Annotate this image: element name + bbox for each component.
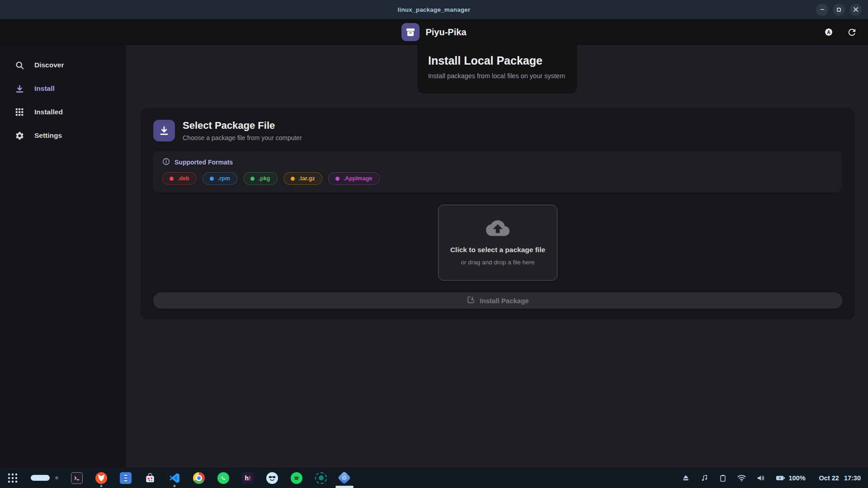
vscode-icon — [169, 472, 180, 484]
dot-icon — [335, 177, 340, 181]
format-badge-label: .deb — [178, 175, 189, 182]
hopp-h: h — [245, 474, 249, 482]
clipboard-icon[interactable] — [719, 474, 727, 482]
page-header-panel: Install Local Package Install packages f… — [417, 45, 577, 94]
running-indicator — [174, 485, 176, 487]
format-badges: .deb .rpm .pkg .tar.gz .AppImage — [162, 172, 833, 185]
minimize-icon — [820, 7, 825, 12]
minimize-button[interactable] — [816, 4, 828, 16]
header-actions: A — [823, 27, 857, 38]
sidebar-item-install[interactable]: Install — [0, 77, 126, 100]
dropzone-title: Click to select a package file — [450, 246, 545, 254]
battery-percent: 100% — [788, 474, 805, 482]
format-badge-targz: .tar.gz — [283, 172, 322, 185]
wifi-icon[interactable] — [737, 473, 746, 483]
system-tray: 100% Oct 22 17:30 — [681, 473, 861, 483]
taskbar-app-store[interactable] — [144, 468, 156, 488]
app-name: Piyu-Pika — [425, 27, 466, 38]
volume-icon[interactable] — [756, 474, 765, 483]
card-header: Select Package File Choose a package fil… — [153, 120, 842, 141]
window-title: linux_package_manager — [397, 6, 470, 13]
workspace-dot[interactable] — [55, 476, 58, 479]
desktop: linux_package_manager Piyu-Pika A — [0, 0, 868, 488]
format-badge-rpm: .rpm — [203, 172, 237, 185]
battery-status[interactable]: 100% — [775, 474, 805, 483]
taskbar-app-hoppscotch[interactable]: h! — [242, 468, 254, 488]
supported-formats-label: Supported Formats — [175, 159, 233, 166]
taskbar-app-smiley[interactable] — [266, 468, 278, 488]
install-icon — [467, 296, 475, 305]
info-icon — [162, 158, 170, 167]
dropzone-row: Click to select a package file or drag a… — [153, 205, 842, 281]
taskbar: h! — [0, 468, 868, 488]
sidebar-item-installed[interactable]: Installed — [0, 100, 126, 124]
app-grid-icon — [7, 473, 18, 483]
card-title: Select Package File — [183, 120, 302, 131]
sidebar-item-discover[interactable]: Discover — [0, 53, 126, 77]
package-manager-icon — [338, 471, 351, 485]
format-badge-appimage: .AppImage — [328, 172, 380, 185]
app-header: Piyu-Pika A — [0, 19, 868, 45]
spotify-icon — [291, 472, 302, 484]
maximize-icon — [836, 7, 841, 12]
date-label: Oct 22 — [819, 474, 839, 482]
install-button-label: Install Package — [480, 297, 528, 305]
taskbar-app-chrome[interactable] — [193, 468, 205, 488]
sidebar-item-label: Installed — [34, 108, 63, 116]
sidebar-item-settings[interactable]: Settings — [0, 124, 126, 147]
smiley-sunglasses-icon — [266, 472, 278, 484]
clock[interactable]: Oct 22 17:30 — [819, 474, 861, 482]
app-grid-button[interactable] — [7, 468, 18, 488]
close-icon — [853, 7, 859, 12]
taskbar-app-recorder[interactable] — [315, 468, 327, 488]
dot-icon — [250, 177, 255, 181]
hopp-bang: ! — [249, 474, 251, 482]
main-content: Install Local Package Install packages f… — [126, 45, 868, 468]
card-subtitle: Choose a package file from your computer — [183, 134, 302, 141]
file-dropzone[interactable]: Click to select a package file or drag a… — [438, 205, 557, 281]
close-button[interactable] — [849, 4, 862, 16]
page-title: Install Local Package — [428, 54, 566, 67]
workspace: Discover Install Installed Settings — [0, 45, 868, 468]
running-indicator — [100, 485, 103, 487]
refresh-icon[interactable] — [847, 27, 857, 38]
file-manager-icon — [120, 472, 132, 484]
supported-formats-header: Supported Formats — [162, 158, 833, 167]
taskbar-app-vscode[interactable] — [169, 468, 180, 488]
workspace-active-pill[interactable] — [31, 475, 50, 481]
sidebar-item-label: Install — [34, 84, 55, 93]
cloud-upload-icon — [486, 220, 509, 240]
sidebar-item-label: Settings — [34, 131, 62, 140]
time-label: 17:30 — [844, 474, 861, 482]
active-app-indicator — [335, 486, 354, 488]
notification-badge-icon[interactable]: A — [823, 27, 834, 38]
format-badge-label: .pkg — [259, 175, 270, 182]
app-brand: Piyu-Pika — [401, 23, 466, 41]
music-icon[interactable] — [700, 474, 709, 482]
taskbar-app-brave[interactable] — [95, 468, 107, 488]
taskbar-app-package-manager[interactable] — [340, 468, 349, 488]
format-badge-label: .AppImage — [344, 175, 373, 182]
archive-box-icon — [401, 23, 420, 41]
format-badge-pkg: .pkg — [243, 172, 278, 185]
sidebar: Discover Install Installed Settings — [0, 45, 126, 468]
svg-text:A: A — [827, 30, 830, 35]
taskbar-app-terminal[interactable] — [71, 468, 83, 488]
taskbar-app-spotify[interactable] — [291, 468, 302, 488]
hoppscotch-icon: h! — [242, 472, 254, 484]
taskbar-app-whatsapp[interactable] — [217, 468, 229, 488]
card-header-text: Select Package File Choose a package fil… — [183, 120, 302, 141]
taskbar-app-files[interactable] — [120, 468, 132, 488]
install-package-button[interactable]: Install Package — [153, 292, 842, 309]
eject-icon[interactable] — [681, 474, 690, 483]
format-badge-label: .tar.gz — [299, 175, 315, 182]
maximize-button[interactable] — [833, 4, 845, 16]
chrome-icon — [193, 472, 205, 484]
window-titlebar: linux_package_manager — [0, 0, 868, 19]
format-badge-deb: .deb — [162, 172, 197, 185]
download-icon — [153, 120, 175, 141]
app-store-icon — [144, 472, 156, 484]
dot-icon — [210, 177, 214, 181]
window-controls — [816, 0, 862, 19]
search-icon — [14, 61, 24, 70]
